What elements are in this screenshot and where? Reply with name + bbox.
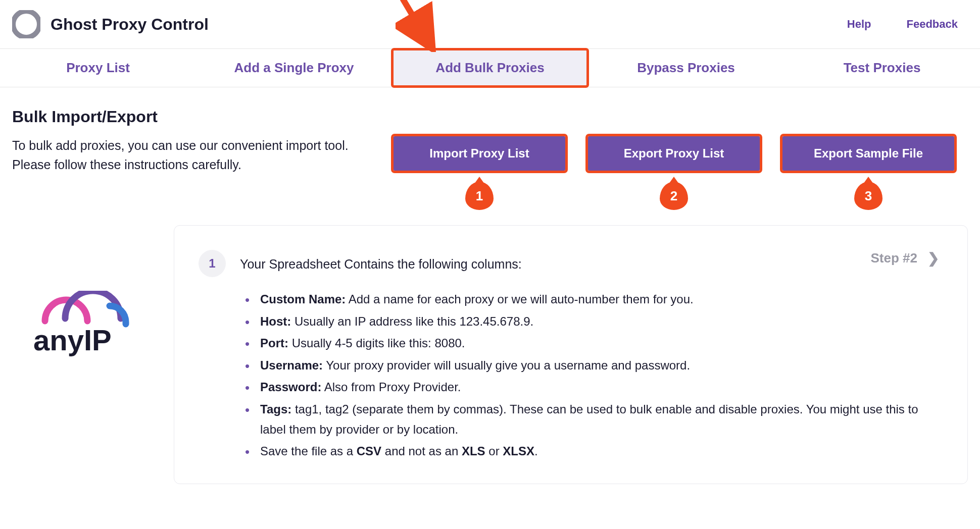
export-proxy-list-button[interactable]: Export Proxy List (588, 136, 760, 171)
tab-bypass-proxies[interactable]: Bypass Proxies (588, 49, 784, 87)
tab-test-proxies[interactable]: Test Proxies (784, 49, 980, 87)
list-item: Port: Usually 4-5 digits like this: 8080… (245, 333, 939, 353)
action-button-row: Import Proxy List 1 Export Proxy List 2 … (394, 136, 954, 210)
list-item: Password: Also from Proxy Provider. (245, 377, 939, 397)
step-number-badge: 1 (199, 250, 226, 277)
card-head: 1 Your Spreadsheet Contains the followin… (199, 250, 939, 277)
list-item: Host: Usually an IP address like this 12… (245, 311, 939, 332)
action-block-import: Import Proxy List 1 (394, 136, 565, 210)
help-link[interactable]: Help (847, 18, 871, 31)
section-row: To bulk add proxies, you can use our con… (12, 136, 968, 210)
header: Ghost Proxy Control Help Feedback (0, 0, 980, 48)
anyip-logo: anyIP (12, 266, 154, 387)
app-logo-icon (12, 10, 40, 38)
app-title: Ghost Proxy Control (51, 15, 847, 34)
list-item: Username: Your proxy provider will usual… (245, 355, 939, 376)
import-proxy-list-button[interactable]: Import Proxy List (394, 136, 565, 171)
action-block-export: Export Proxy List 2 (588, 136, 760, 210)
bulk-section: Bulk Import/Export To bulk add proxies, … (0, 87, 980, 220)
list-item: Tags: tag1, tag2 (separate them by comma… (245, 399, 939, 439)
section-description: To bulk add proxies, you can use our con… (12, 136, 356, 174)
card-lead-text: Your Spreadsheet Contains the following … (240, 250, 522, 274)
svg-point-0 (13, 11, 39, 37)
export-sample-file-button[interactable]: Export Sample File (782, 136, 954, 171)
header-links: Help Feedback (847, 18, 958, 31)
section-title: Bulk Import/Export (12, 108, 968, 126)
tab-proxy-list[interactable]: Proxy List (0, 49, 196, 87)
feedback-link[interactable]: Feedback (907, 18, 958, 31)
annotation-badge-3: 3 (854, 182, 883, 210)
tab-bar: Proxy List Add a Single Proxy Add Bulk P… (0, 48, 980, 87)
tab-add-bulk-proxies[interactable]: Add Bulk Proxies (392, 49, 588, 87)
chevron-right-icon: ❯ (927, 250, 939, 267)
tab-add-single-proxy[interactable]: Add a Single Proxy (196, 49, 392, 87)
instructions-card: Step #2 ❯ 1 Your Spreadsheet Contains th… (174, 225, 968, 484)
column-list: Custom Name: Add a name for each proxy o… (199, 289, 939, 461)
next-step-button[interactable]: Step #2 ❯ (871, 250, 940, 267)
card-wrap: anyIP Step #2 ❯ 1 Your Spreadsheet Conta… (0, 225, 980, 484)
action-block-sample: Export Sample File 3 (782, 136, 954, 210)
annotation-badge-2: 2 (660, 182, 688, 210)
list-item: Save the file as a CSV and not as an XLS… (245, 441, 939, 461)
next-step-label: Step #2 (871, 250, 918, 266)
annotation-badge-1: 1 (465, 182, 494, 210)
list-item: Custom Name: Add a name for each proxy o… (245, 289, 939, 309)
svg-text:anyIP: anyIP (33, 324, 112, 356)
